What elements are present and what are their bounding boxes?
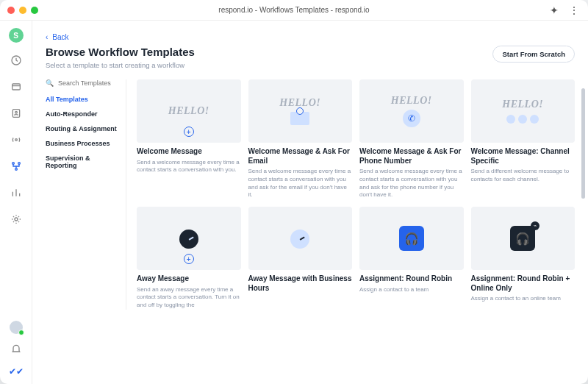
template-thumbnail [248, 207, 353, 270]
dashboard-icon[interactable] [10, 54, 22, 69]
template-thumbnail: HELLO!+ [137, 79, 241, 143]
svg-point-3 [15, 111, 17, 113]
svg-point-8 [15, 218, 18, 221]
template-card[interactable]: +Away MessageSend an away message every … [137, 207, 241, 310]
chevron-left-icon: ‹ [46, 33, 48, 41]
page-subtitle: Select a template to start creating a wo… [46, 61, 195, 69]
template-card[interactable]: HELLO!+Welcome MessageSend a welcome mes… [137, 79, 241, 199]
category-routing-assignment[interactable]: Routing & Assignment [46, 125, 120, 132]
template-card[interactable]: HELLO!Welcome Message & Ask For EmailSen… [248, 79, 353, 199]
svg-point-4 [15, 139, 17, 141]
page-title: Browse Workflow Templates [46, 46, 195, 58]
window-title: respond.io - Workflows Templates - respo… [218, 6, 369, 14]
template-thumbnail: HELLO! [471, 79, 576, 143]
settings-icon[interactable] [10, 213, 22, 228]
search-input[interactable] [58, 79, 120, 87]
template-title: Welcome Message & Ask For Phone Number [359, 147, 464, 166]
template-description: Send a welcome message every time a cont… [137, 159, 241, 175]
template-thumbnail: HELLO!✆ [359, 79, 464, 143]
reports-icon[interactable] [10, 187, 22, 202]
contacts-icon[interactable] [10, 107, 22, 122]
svg-rect-1 [12, 84, 20, 90]
template-grid: HELLO!+Welcome MessageSend a welcome mes… [137, 79, 575, 310]
category-all-templates[interactable]: All Templates [46, 96, 120, 103]
titlebar: respond.io - Workflows Templates - respo… [0, 0, 588, 21]
template-card[interactable]: 🎧Assignment: Round RobinAssign a contact… [359, 207, 464, 310]
extension-icon[interactable]: ✦ [550, 4, 559, 16]
svg-point-6 [18, 163, 20, 165]
template-description: Send a welcome message every time a cont… [359, 168, 464, 199]
template-thumbnail: + [137, 207, 241, 270]
category-supervision-reporting[interactable]: Supervision & Reporting [46, 154, 120, 169]
template-thumbnail: 🎧⌁ [471, 207, 576, 270]
template-description: Send an away message every time a contac… [137, 286, 241, 310]
template-title: Assignment: Round Robin + Online Only [471, 274, 576, 293]
back-button[interactable]: ‹ Back [46, 33, 69, 41]
template-card[interactable]: HELLO!✆Welcome Message & Ask For Phone N… [359, 79, 464, 199]
template-card[interactable]: Away Message with Business Hours [248, 207, 353, 310]
search-icon: 🔍 [46, 79, 54, 87]
window-minimize[interactable] [19, 7, 26, 14]
template-title: Welcome Message [137, 147, 241, 157]
brand-check-icon: ✔✔ [9, 366, 24, 377]
template-description: Send a different welcome message to cont… [471, 168, 576, 184]
template-card[interactable]: 🎧⌁Assignment: Round Robin + Online OnlyA… [471, 207, 576, 310]
broadcast-icon[interactable] [10, 134, 22, 149]
template-description: Assign a contact to a team [359, 286, 464, 294]
template-thumbnail: HELLO! [248, 79, 353, 143]
start-from-scratch-button[interactable]: Start From Scratch [492, 46, 575, 63]
template-card[interactable]: HELLO!Welcome Message: Channel SpecificS… [471, 79, 576, 199]
template-title: Welcome Message & Ask For Email [248, 147, 353, 166]
template-thumbnail: 🎧 [359, 207, 464, 270]
inbox-icon[interactable] [10, 81, 22, 96]
workflows-icon[interactable] [10, 160, 22, 175]
search-box[interactable]: 🔍 [46, 79, 120, 87]
template-title: Away Message [137, 274, 241, 284]
more-icon[interactable]: ⋮ [569, 4, 579, 16]
template-title: Welcome Message: Channel Specific [471, 147, 576, 166]
template-title: Away Message with Business Hours [248, 274, 353, 293]
user-avatar[interactable] [10, 321, 23, 334]
category-business-processes[interactable]: Business Processes [46, 140, 120, 147]
template-description: Assign a contact to an online team [471, 295, 576, 303]
template-description: Send a welcome message every time a cont… [248, 168, 353, 199]
nav-rail: S ✔✔ [0, 21, 32, 384]
notifications-icon[interactable] [10, 343, 22, 358]
scrollbar[interactable] [581, 88, 585, 369]
back-label: Back [52, 33, 68, 41]
window-close[interactable] [7, 7, 15, 14]
main-panel: ‹ Back Browse Workflow Templates Select … [32, 21, 588, 384]
svg-point-7 [15, 168, 17, 171]
svg-point-5 [12, 163, 14, 165]
workspace-logo[interactable]: S [9, 28, 24, 43]
window-zoom[interactable] [31, 7, 38, 14]
template-title: Assignment: Round Robin [359, 274, 464, 284]
category-auto-responder[interactable]: Auto-Responder [46, 110, 120, 118]
category-sidebar: 🔍 All TemplatesAuto-ResponderRouting & A… [46, 79, 126, 310]
